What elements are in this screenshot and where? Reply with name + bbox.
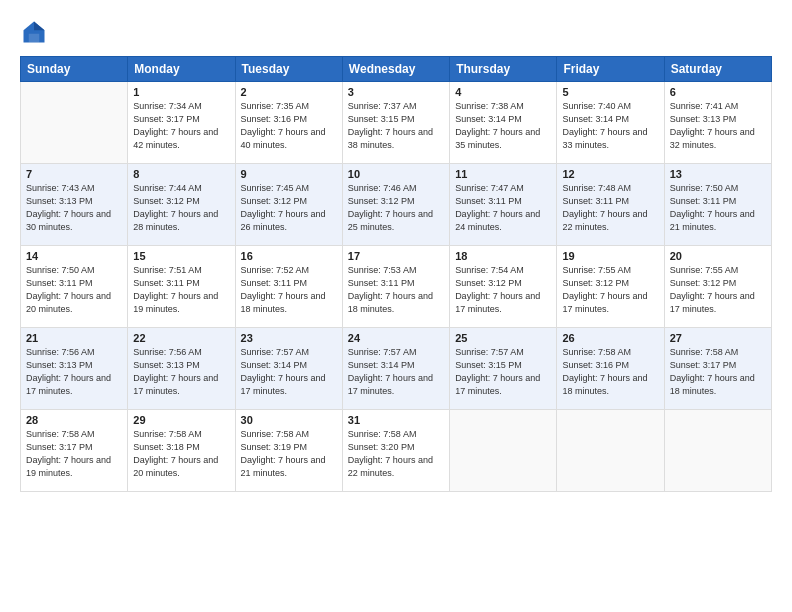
cell-info: Sunrise: 7:55 AMSunset: 3:12 PMDaylight:… [562,264,658,316]
cell-info: Sunrise: 7:58 AMSunset: 3:19 PMDaylight:… [241,428,337,480]
calendar-row-2: 14Sunrise: 7:50 AMSunset: 3:11 PMDayligh… [21,246,772,328]
svg-rect-2 [29,34,40,43]
day-number: 6 [670,86,766,98]
calendar-cell: 6Sunrise: 7:41 AMSunset: 3:13 PMDaylight… [664,82,771,164]
day-number: 24 [348,332,444,344]
day-number: 16 [241,250,337,262]
calendar-cell: 29Sunrise: 7:58 AMSunset: 3:18 PMDayligh… [128,410,235,492]
calendar-cell [450,410,557,492]
day-number: 28 [26,414,122,426]
calendar-cell: 26Sunrise: 7:58 AMSunset: 3:16 PMDayligh… [557,328,664,410]
day-number: 31 [348,414,444,426]
cell-info: Sunrise: 7:34 AMSunset: 3:17 PMDaylight:… [133,100,229,152]
cell-info: Sunrise: 7:57 AMSunset: 3:14 PMDaylight:… [241,346,337,398]
day-number: 27 [670,332,766,344]
cell-info: Sunrise: 7:52 AMSunset: 3:11 PMDaylight:… [241,264,337,316]
calendar-cell: 15Sunrise: 7:51 AMSunset: 3:11 PMDayligh… [128,246,235,328]
cell-info: Sunrise: 7:46 AMSunset: 3:12 PMDaylight:… [348,182,444,234]
day-number: 30 [241,414,337,426]
day-number: 26 [562,332,658,344]
calendar-cell: 5Sunrise: 7:40 AMSunset: 3:14 PMDaylight… [557,82,664,164]
cell-info: Sunrise: 7:58 AMSunset: 3:17 PMDaylight:… [26,428,122,480]
cell-info: Sunrise: 7:48 AMSunset: 3:11 PMDaylight:… [562,182,658,234]
day-number: 23 [241,332,337,344]
calendar-cell: 28Sunrise: 7:58 AMSunset: 3:17 PMDayligh… [21,410,128,492]
calendar-row-1: 7Sunrise: 7:43 AMSunset: 3:13 PMDaylight… [21,164,772,246]
calendar-cell: 20Sunrise: 7:55 AMSunset: 3:12 PMDayligh… [664,246,771,328]
day-number: 11 [455,168,551,180]
calendar-cell: 8Sunrise: 7:44 AMSunset: 3:12 PMDaylight… [128,164,235,246]
col-header-monday: Monday [128,57,235,82]
cell-info: Sunrise: 7:45 AMSunset: 3:12 PMDaylight:… [241,182,337,234]
day-number: 21 [26,332,122,344]
day-number: 19 [562,250,658,262]
day-number: 13 [670,168,766,180]
day-number: 20 [670,250,766,262]
calendar-row-4: 28Sunrise: 7:58 AMSunset: 3:17 PMDayligh… [21,410,772,492]
calendar-cell: 3Sunrise: 7:37 AMSunset: 3:15 PMDaylight… [342,82,449,164]
day-number: 3 [348,86,444,98]
calendar-row-0: 1Sunrise: 7:34 AMSunset: 3:17 PMDaylight… [21,82,772,164]
calendar-cell: 18Sunrise: 7:54 AMSunset: 3:12 PMDayligh… [450,246,557,328]
logo-icon [20,18,48,46]
cell-info: Sunrise: 7:50 AMSunset: 3:11 PMDaylight:… [670,182,766,234]
day-number: 14 [26,250,122,262]
day-number: 17 [348,250,444,262]
day-number: 7 [26,168,122,180]
calendar-cell: 2Sunrise: 7:35 AMSunset: 3:16 PMDaylight… [235,82,342,164]
calendar-row-3: 21Sunrise: 7:56 AMSunset: 3:13 PMDayligh… [21,328,772,410]
cell-info: Sunrise: 7:35 AMSunset: 3:16 PMDaylight:… [241,100,337,152]
day-number: 9 [241,168,337,180]
col-header-sunday: Sunday [21,57,128,82]
calendar-cell: 4Sunrise: 7:38 AMSunset: 3:14 PMDaylight… [450,82,557,164]
cell-info: Sunrise: 7:56 AMSunset: 3:13 PMDaylight:… [133,346,229,398]
day-number: 4 [455,86,551,98]
cell-info: Sunrise: 7:50 AMSunset: 3:11 PMDaylight:… [26,264,122,316]
calendar-cell: 31Sunrise: 7:58 AMSunset: 3:20 PMDayligh… [342,410,449,492]
day-number: 15 [133,250,229,262]
day-number: 18 [455,250,551,262]
calendar-cell: 11Sunrise: 7:47 AMSunset: 3:11 PMDayligh… [450,164,557,246]
cell-info: Sunrise: 7:44 AMSunset: 3:12 PMDaylight:… [133,182,229,234]
calendar-cell: 27Sunrise: 7:58 AMSunset: 3:17 PMDayligh… [664,328,771,410]
col-header-tuesday: Tuesday [235,57,342,82]
col-header-thursday: Thursday [450,57,557,82]
day-number: 25 [455,332,551,344]
header-row: SundayMondayTuesdayWednesdayThursdayFrid… [21,57,772,82]
calendar-cell: 23Sunrise: 7:57 AMSunset: 3:14 PMDayligh… [235,328,342,410]
col-header-saturday: Saturday [664,57,771,82]
calendar-table: SundayMondayTuesdayWednesdayThursdayFrid… [20,56,772,492]
cell-info: Sunrise: 7:54 AMSunset: 3:12 PMDaylight:… [455,264,551,316]
calendar-cell [557,410,664,492]
calendar-cell [664,410,771,492]
col-header-friday: Friday [557,57,664,82]
calendar-cell: 16Sunrise: 7:52 AMSunset: 3:11 PMDayligh… [235,246,342,328]
cell-info: Sunrise: 7:55 AMSunset: 3:12 PMDaylight:… [670,264,766,316]
calendar-cell: 21Sunrise: 7:56 AMSunset: 3:13 PMDayligh… [21,328,128,410]
calendar-cell [21,82,128,164]
day-number: 29 [133,414,229,426]
calendar-cell: 7Sunrise: 7:43 AMSunset: 3:13 PMDaylight… [21,164,128,246]
day-number: 10 [348,168,444,180]
calendar-cell: 22Sunrise: 7:56 AMSunset: 3:13 PMDayligh… [128,328,235,410]
day-number: 8 [133,168,229,180]
calendar-cell: 13Sunrise: 7:50 AMSunset: 3:11 PMDayligh… [664,164,771,246]
day-number: 2 [241,86,337,98]
cell-info: Sunrise: 7:58 AMSunset: 3:20 PMDaylight:… [348,428,444,480]
logo [20,18,52,46]
cell-info: Sunrise: 7:51 AMSunset: 3:11 PMDaylight:… [133,264,229,316]
calendar-cell: 9Sunrise: 7:45 AMSunset: 3:12 PMDaylight… [235,164,342,246]
calendar-cell: 1Sunrise: 7:34 AMSunset: 3:17 PMDaylight… [128,82,235,164]
cell-info: Sunrise: 7:58 AMSunset: 3:17 PMDaylight:… [670,346,766,398]
cell-info: Sunrise: 7:41 AMSunset: 3:13 PMDaylight:… [670,100,766,152]
day-number: 5 [562,86,658,98]
cell-info: Sunrise: 7:43 AMSunset: 3:13 PMDaylight:… [26,182,122,234]
calendar-cell: 30Sunrise: 7:58 AMSunset: 3:19 PMDayligh… [235,410,342,492]
cell-info: Sunrise: 7:40 AMSunset: 3:14 PMDaylight:… [562,100,658,152]
cell-info: Sunrise: 7:57 AMSunset: 3:15 PMDaylight:… [455,346,551,398]
cell-info: Sunrise: 7:47 AMSunset: 3:11 PMDaylight:… [455,182,551,234]
cell-info: Sunrise: 7:57 AMSunset: 3:14 PMDaylight:… [348,346,444,398]
cell-info: Sunrise: 7:53 AMSunset: 3:11 PMDaylight:… [348,264,444,316]
day-number: 1 [133,86,229,98]
calendar-cell: 25Sunrise: 7:57 AMSunset: 3:15 PMDayligh… [450,328,557,410]
